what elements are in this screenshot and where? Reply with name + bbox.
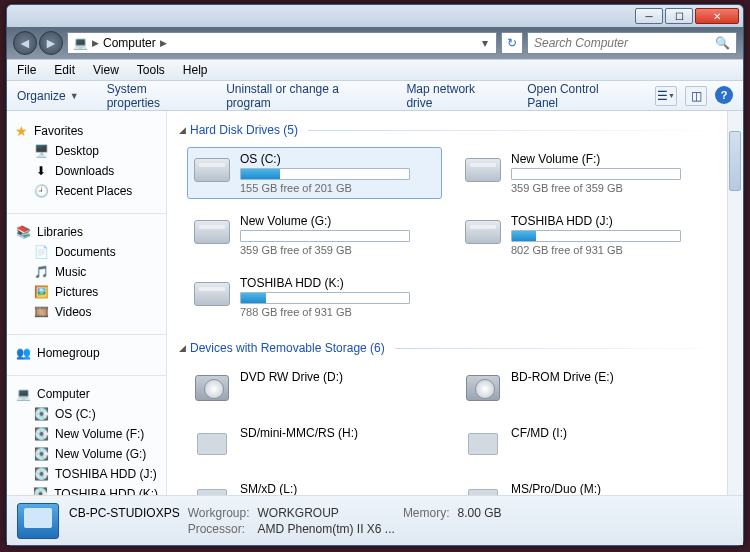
pictures-icon: 🖼️	[33, 284, 49, 300]
toolbar: Organize▼ System properties Uninstall or…	[7, 81, 743, 111]
forward-button[interactable]: ►	[39, 31, 63, 55]
card-reader-icon	[197, 433, 227, 455]
capacity-bar	[240, 168, 410, 180]
drive-name: New Volume (G:)	[240, 214, 437, 228]
computer-large-icon	[17, 503, 59, 539]
sidebar-item-recent[interactable]: 🕘Recent Places	[15, 181, 158, 201]
capacity-bar	[511, 168, 681, 180]
details-memory-label: Memory:	[403, 506, 450, 520]
hdd-icon	[192, 276, 232, 312]
menu-edit[interactable]: Edit	[54, 63, 75, 77]
search-input[interactable]	[534, 36, 715, 50]
drive-item[interactable]: New Volume (F:)359 GB free of 359 GB	[458, 147, 713, 199]
capacity-bar	[511, 230, 681, 242]
explorer-window: ─ ☐ ✕ ◄ ► 💻 ▶ Computer ▶ ▾ ↻ 🔍 File Edit…	[6, 4, 744, 546]
sidebar-computer[interactable]: 💻Computer	[15, 384, 158, 404]
scrollbar[interactable]	[727, 111, 743, 495]
sidebar-item-downloads[interactable]: ⬇Downloads	[15, 161, 158, 181]
uninstall-button[interactable]: Uninstall or change a program	[226, 82, 378, 110]
sidebar-item-drive[interactable]: 💽TOSHIBA HDD (J:)	[15, 464, 158, 484]
menu-view[interactable]: View	[93, 63, 119, 77]
close-button[interactable]: ✕	[695, 8, 739, 24]
view-options-button[interactable]: ☰▼	[655, 86, 677, 106]
drive-free: 788 GB free of 931 GB	[240, 306, 437, 318]
section-hard-disk-drives[interactable]: ◢Hard Disk Drives (5)	[179, 119, 731, 141]
drive-name: SD/mini-MMC/RS (H:)	[240, 426, 437, 440]
capacity-bar	[240, 292, 410, 304]
body: ★Favorites 🖥️Desktop ⬇Downloads 🕘Recent …	[7, 111, 743, 495]
hdd-icon	[192, 152, 232, 188]
drive-item[interactable]: New Volume (G:)359 GB free of 359 GB	[187, 209, 442, 261]
removable-item[interactable]: SM/xD (L:)	[187, 477, 442, 495]
drive-icon: 💽	[33, 466, 49, 482]
sidebar-homegroup[interactable]: 👥Homegroup	[15, 343, 158, 363]
address-dropdown[interactable]: ▾	[478, 36, 492, 50]
sidebar-item-music[interactable]: 🎵Music	[15, 262, 158, 282]
drive-item[interactable]: TOSHIBA HDD (K:)788 GB free of 931 GB	[187, 271, 442, 323]
sidebar-libraries[interactable]: 📚Libraries	[15, 222, 158, 242]
system-properties-button[interactable]: System properties	[107, 82, 199, 110]
help-button[interactable]: ?	[715, 86, 733, 104]
star-icon: ★	[15, 123, 28, 139]
sidebar-item-documents[interactable]: 📄Documents	[15, 242, 158, 262]
menu-bar: File Edit View Tools Help	[7, 59, 743, 81]
preview-pane-button[interactable]: ◫	[685, 86, 707, 106]
details-processor-value: AMD Phenom(tm) II X6 ...	[258, 522, 395, 536]
sidebar-item-drive[interactable]: 💽New Volume (G:)	[15, 444, 158, 464]
map-drive-button[interactable]: Map network drive	[406, 82, 499, 110]
sidebar-item-desktop[interactable]: 🖥️Desktop	[15, 141, 158, 161]
search-box[interactable]: 🔍	[527, 32, 737, 54]
drive-item[interactable]: TOSHIBA HDD (J:)802 GB free of 931 GB	[458, 209, 713, 261]
hdd-icon	[463, 152, 503, 188]
sidebar-item-pictures[interactable]: 🖼️Pictures	[15, 282, 158, 302]
open-control-panel-button[interactable]: Open Control Panel	[527, 82, 627, 110]
drive-free: 155 GB free of 201 GB	[240, 182, 437, 194]
search-icon: 🔍	[715, 36, 730, 50]
sidebar-favorites[interactable]: ★Favorites	[15, 121, 158, 141]
hdd-icon	[192, 214, 232, 250]
downloads-icon: ⬇	[33, 163, 49, 179]
desktop-icon: 🖥️	[33, 143, 49, 159]
hdd-icon	[463, 214, 503, 250]
removable-item[interactable]: DVD RW Drive (D:)	[187, 365, 442, 411]
sidebar-item-drive[interactable]: 💽TOSHIBA HDD (K:)	[15, 484, 158, 495]
details-processor-label: Processor:	[188, 522, 250, 536]
music-icon: 🎵	[33, 264, 49, 280]
titlebar: ─ ☐ ✕	[7, 5, 743, 27]
sidebar-item-drive[interactable]: 💽OS (C:)	[15, 404, 158, 424]
documents-icon: 📄	[33, 244, 49, 260]
removable-item[interactable]: BD-ROM Drive (E:)	[458, 365, 713, 411]
drive-name: BD-ROM Drive (E:)	[511, 370, 708, 384]
details-pane: CB-PC-STUDIOXPS Workgroup: WORKGROUP Mem…	[7, 495, 743, 545]
refresh-button[interactable]: ↻	[501, 32, 523, 54]
removable-item[interactable]: CF/MD (I:)	[458, 421, 713, 467]
menu-tools[interactable]: Tools	[137, 63, 165, 77]
nav-row: ◄ ► 💻 ▶ Computer ▶ ▾ ↻ 🔍	[7, 27, 743, 59]
sidebar-item-drive[interactable]: 💽New Volume (F:)	[15, 424, 158, 444]
removable-item[interactable]: SD/mini-MMC/RS (H:)	[187, 421, 442, 467]
menu-file[interactable]: File	[17, 63, 36, 77]
section-removable-storage[interactable]: ◢Devices with Removable Storage (6)	[179, 337, 731, 359]
breadcrumb-computer[interactable]: Computer	[103, 36, 156, 50]
computer-icon: 💻	[72, 35, 88, 51]
drive-name: CF/MD (I:)	[511, 426, 708, 440]
drive-icon: 💽	[33, 446, 49, 462]
drive-free: 359 GB free of 359 GB	[511, 182, 708, 194]
minimize-button[interactable]: ─	[635, 8, 663, 24]
drive-name: TOSHIBA HDD (J:)	[511, 214, 708, 228]
menu-help[interactable]: Help	[183, 63, 208, 77]
nav-arrows: ◄ ►	[13, 31, 63, 55]
collapse-icon: ◢	[179, 125, 186, 135]
sidebar-item-videos[interactable]: 🎞️Videos	[15, 302, 158, 322]
address-bar[interactable]: 💻 ▶ Computer ▶ ▾	[67, 32, 497, 54]
organize-button[interactable]: Organize▼	[17, 89, 79, 103]
scrollbar-thumb[interactable]	[729, 131, 741, 191]
drive-item[interactable]: OS (C:)155 GB free of 201 GB	[187, 147, 442, 199]
maximize-button[interactable]: ☐	[665, 8, 693, 24]
removable-item[interactable]: MS/Pro/Duo (M:)	[458, 477, 713, 495]
recent-icon: 🕘	[33, 183, 49, 199]
drive-free: 802 GB free of 931 GB	[511, 244, 708, 256]
back-button[interactable]: ◄	[13, 31, 37, 55]
content-pane: ◢Hard Disk Drives (5) OS (C:)155 GB free…	[167, 111, 743, 495]
details-workgroup-value: WORKGROUP	[258, 506, 395, 520]
